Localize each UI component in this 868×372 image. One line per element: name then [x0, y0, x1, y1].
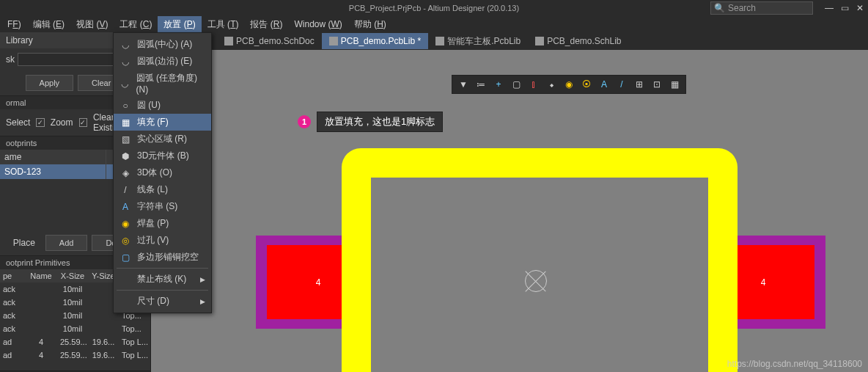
- origin-marker: [525, 270, 547, 292]
- col-xs[interactable]: X-Size: [57, 269, 88, 282]
- menu-item-3d[interactable]: ⬢3D元件体 (B): [114, 147, 211, 164]
- line-icon: /: [119, 184, 131, 196]
- callout-text: 放置填充，这也是1脚标志: [317, 112, 443, 132]
- col-name[interactable]: ame: [0, 150, 106, 164]
- zoom-checkbox[interactable]: ✓: [36, 118, 44, 127]
- pad-number: 4: [761, 277, 766, 288]
- 3d-icon: ⬢: [119, 150, 131, 162]
- primitive-row[interactable]: ad425.59...19.6...Top L...: [0, 335, 150, 349]
- window-controls: — ▭ ✕: [825, 3, 864, 13]
- menu-item[interactable]: Window (W): [288, 17, 347, 32]
- pcb-canvas[interactable]: ▼ ≔ + ▢ ⫿ ⬥ ◉ ⦿ A / ⊞ ⊡ ▦ 1 放置填充，这也是1脚标志…: [151, 50, 868, 372]
- menu-item[interactable]: 放置 (P): [158, 16, 201, 33]
- blank-icon: [119, 296, 131, 307]
- menu-item-item[interactable]: 尺寸 (D)▶: [114, 293, 211, 310]
- menu-item-arc[interactable]: ◡圆弧(中心) (A): [114, 36, 211, 53]
- menu-item-poly[interactable]: ▢多边形铺铜挖空: [114, 249, 211, 266]
- menu-item-item[interactable]: 禁止布线 (K)▶: [114, 271, 211, 288]
- list-icon[interactable]: ≔: [473, 77, 489, 92]
- component-outline: [342, 148, 738, 372]
- poly-icon: ▢: [119, 252, 131, 263]
- menu-item-arc[interactable]: ◡圆弧(边沿) (E): [114, 53, 211, 70]
- window-title: PCB_Project.PrjPcb - Altium Designer (20…: [349, 4, 519, 12]
- menu-item-via[interactable]: ◎过孔 (V): [114, 232, 211, 249]
- pad-icon: ◉: [119, 218, 131, 230]
- chevron-right-icon: ▶: [200, 298, 205, 305]
- text-icon: A: [119, 201, 131, 213]
- menu-item[interactable]: 报告 (R): [244, 16, 288, 33]
- place-menu-dropdown: ◡圆弧(中心) (A)◡圆弧(边沿) (E)◡圆弧 (任意角度) (N)○圆 (…: [113, 32, 212, 313]
- col-type[interactable]: pe: [0, 269, 25, 282]
- tag-icon[interactable]: ⬥: [543, 77, 559, 92]
- col-name[interactable]: Name: [25, 269, 57, 282]
- line-icon[interactable]: /: [614, 77, 630, 92]
- chevron-right-icon: ▶: [200, 276, 205, 283]
- restore-button[interactable]: ▭: [841, 3, 849, 13]
- bars-icon[interactable]: ⫿: [526, 77, 542, 92]
- clear-existing-checkbox[interactable]: ✓: [79, 118, 87, 127]
- search-input[interactable]: 🔍 Search: [710, 1, 813, 15]
- 3d2-icon: ◈: [119, 167, 131, 179]
- region-icon: ▧: [119, 134, 131, 145]
- content-area: PCB_demo.SchDocPCB_demo.PcbLib *智能车主板.Pc…: [151, 32, 868, 372]
- document-tabs: PCB_demo.SchDocPCB_demo.PcbLib *智能车主板.Pc…: [151, 32, 868, 50]
- arc-icon: ◡: [119, 39, 131, 51]
- menu-item-pad[interactable]: ◉焊盘 (P): [114, 215, 211, 232]
- document-tab[interactable]: PCB_demo.SchDoc: [217, 33, 322, 49]
- file-icon: [329, 37, 338, 45]
- circle-icon: ○: [119, 100, 131, 112]
- mask-label: sk: [6, 54, 15, 65]
- apply-button[interactable]: Apply: [26, 75, 74, 91]
- box-icon[interactable]: ▢: [508, 77, 524, 92]
- fill-icon: ▦: [119, 117, 131, 128]
- menu-item-fill[interactable]: ▦填充 (F): [114, 114, 211, 131]
- minimize-button[interactable]: —: [825, 3, 834, 13]
- menu-item-text[interactable]: A字符串 (S): [114, 198, 211, 215]
- select-label: Select: [6, 117, 30, 128]
- text-icon[interactable]: A: [596, 77, 612, 92]
- grid2-icon[interactable]: ⊡: [649, 77, 665, 92]
- title-bar: PCB_Project.PrjPcb - Altium Designer (20…: [0, 0, 868, 16]
- watermark: https://blog.csdn.net/qq_34118600: [727, 359, 862, 369]
- search-placeholder: Search: [728, 3, 756, 13]
- filter-icon[interactable]: ▼: [455, 77, 471, 92]
- search-icon: 🔍: [714, 3, 725, 13]
- menu-item-arc[interactable]: ◡圆弧 (任意角度) (N): [114, 70, 211, 97]
- close-button[interactable]: ✕: [856, 3, 864, 13]
- primitive-row[interactable]: ack10milTop...: [0, 322, 150, 335]
- menu-item[interactable]: 帮助 (H): [348, 16, 392, 33]
- via-icon: ◎: [119, 235, 131, 247]
- menu-item[interactable]: 编辑 (E): [27, 16, 70, 33]
- place-button[interactable]: Place: [7, 235, 41, 251]
- arc-icon: ◡: [119, 56, 131, 68]
- menu-item[interactable]: 工程 (C): [114, 16, 158, 33]
- document-tab[interactable]: PCB_demo.SchLib: [528, 33, 628, 49]
- canvas-toolbar: ▼ ≔ + ▢ ⫿ ⬥ ◉ ⦿ A / ⊞ ⊡ ▦: [452, 75, 686, 94]
- grid3-icon[interactable]: ▦: [666, 77, 683, 92]
- plus-icon[interactable]: +: [490, 77, 507, 92]
- via-icon[interactable]: ⦿: [578, 77, 595, 92]
- file-icon: [224, 37, 233, 45]
- menu-item-line[interactable]: /线条 (L): [114, 181, 211, 198]
- arc-icon: ◡: [119, 78, 130, 90]
- add-button[interactable]: Add: [45, 235, 88, 251]
- blank-icon: [119, 274, 131, 285]
- pad-number: 4: [316, 277, 321, 288]
- menu-item-3d2[interactable]: ◈3D体 (O): [114, 164, 211, 181]
- menu-item[interactable]: 工具 (T): [202, 16, 245, 33]
- pad-icon[interactable]: ◉: [561, 77, 577, 92]
- annotation-callout: 1 放置填充，这也是1脚标志: [298, 112, 443, 132]
- primitive-row[interactable]: ad425.59...19.6...Top L...: [0, 349, 150, 362]
- menu-item[interactable]: FF): [1, 17, 27, 32]
- menu-item-region[interactable]: ▧实心区域 (R): [114, 131, 211, 147]
- file-icon: [535, 37, 544, 45]
- grid1-icon[interactable]: ⊞: [631, 77, 647, 92]
- menu-item-circle[interactable]: ○圆 (U): [114, 97, 211, 114]
- document-tab[interactable]: PCB_demo.PcbLib *: [322, 33, 428, 49]
- menu-item[interactable]: 视图 (V): [70, 16, 114, 33]
- document-tab[interactable]: 智能车主板.PcbLib: [428, 32, 528, 51]
- menu-bar: FF)编辑 (E)视图 (V)工程 (C)放置 (P)工具 (T)报告 (R)W…: [0, 16, 868, 32]
- callout-number: 1: [298, 115, 311, 128]
- file-icon: [435, 37, 444, 45]
